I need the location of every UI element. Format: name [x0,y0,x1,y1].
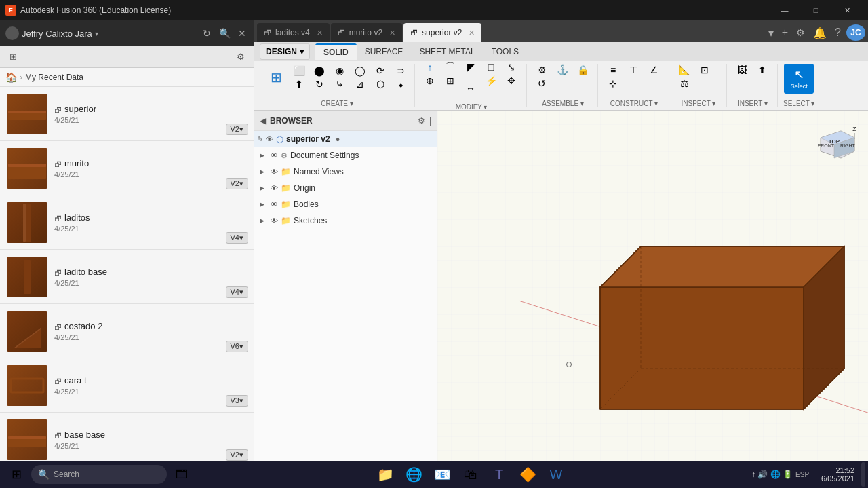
file-version[interactable]: V6▾ [226,341,248,352]
create-sphere-button[interactable]: ◉ [330,64,349,77]
browser-bodies[interactable]: ▶ 👁 📁 Bodies [254,196,437,212]
browser-pin-icon[interactable]: | [429,116,431,126]
browser-doc-item[interactable]: ✎ 👁 ⬡ superior v2 ● [254,131,437,147]
assemble-motion-button[interactable]: ↺ [532,77,551,90]
browser-eye-bodies[interactable]: 👁 [271,200,278,208]
modify-chamfer-button[interactable]: ◤ [461,61,480,73]
construct-angle-button[interactable]: ∠ [644,64,663,76]
list-item[interactable]: 🗗 superior 4/25/21 V2▾ [0,87,254,141]
create-torus-button[interactable]: ◯ [351,64,370,77]
taskbar-app-word[interactable]: W [542,462,570,487]
file-version[interactable]: V3▾ [226,395,248,407]
list-item[interactable]: 🗗 base base 4/25/21 V2▾ [0,413,254,467]
create-coil-button[interactable]: ⟳ [371,64,390,77]
tab-close-icon[interactable]: ✕ [469,29,475,37]
tab-close-icon[interactable]: ✕ [317,29,323,37]
create-sweep-button[interactable]: ⤷ [330,78,349,90]
browser-origin[interactable]: ▶ 👁 📁 Origin [254,180,437,196]
taskbar-app-store[interactable]: 🛍 [457,462,484,487]
help-icon[interactable]: ? [832,26,844,39]
ribbon-tab-surface[interactable]: SURFACE [357,44,412,59]
close-button[interactable]: ✕ [831,0,863,20]
search-icon[interactable]: 🔍 [218,27,231,39]
new-tab-icon[interactable]: + [779,26,791,39]
list-item[interactable]: 🗗 costado 2 4/25/21 V6▾ [0,304,254,358]
inspect-measure-button[interactable]: 📐 [675,64,694,76]
taskbar-clock[interactable]: 21:52 6/05/2021 [816,466,860,483]
create-rib-button[interactable]: ⬡ [371,78,390,90]
modify-move-button[interactable]: ✥ [502,75,521,87]
list-item[interactable]: 🗗 murito 4/25/21 V2▾ [0,141,254,195]
modify-press-pull-button[interactable]: ↑ [420,61,439,73]
modify-offset-button[interactable]: ⊞ [441,75,460,87]
list-item[interactable]: 🗗 ladito base 4/25/21 V4▾ [0,250,254,304]
user-dropdown-icon[interactable]: ▾ [95,30,98,37]
file-version[interactable]: V2▾ [226,178,248,189]
ribbon-tab-solid[interactable]: SOLID [315,43,357,60]
construct-offset-plane-button[interactable]: ≡ [604,64,623,76]
browser-eye-named-views[interactable]: 👁 [271,168,278,176]
select-button[interactable]: ↖ Select [784,64,814,94]
browser-eye-sketches[interactable]: 👁 [271,217,278,225]
inspect-interference-button[interactable]: ⊡ [695,64,714,76]
create-web-button[interactable]: ⬥ [391,78,410,90]
nav-cube[interactable]: Z | TOP RIGHT FRONT [814,117,861,165]
create-extrude-button[interactable]: ⬆ [290,78,309,90]
ribbon-tab-sheet-metal[interactable]: SHEET METAL [411,44,483,59]
home-icon[interactable]: 🏠 [5,72,17,83]
apps-grid-icon[interactable]: ⊞ [5,50,20,64]
ribbon-tab-tools[interactable]: TOOLS [484,44,527,59]
close-panel-icon[interactable]: ✕ [236,27,248,39]
browser-doc-settings[interactable]: ▶ 👁 ⚙ Document Settings [254,147,437,164]
construct-midplane-button[interactable]: ⊤ [624,64,643,76]
assemble-rigid-button[interactable]: 🔒 [573,64,592,76]
construct-point-button[interactable]: ⊹ [604,77,623,90]
taskbar-search[interactable]: 🔍 Search [31,465,167,484]
assemble-as-built-button[interactable]: ⚓ [553,64,572,76]
create-loft-button[interactable]: ⊿ [351,78,370,90]
taskbar-app-fusion[interactable]: 🔶 [514,462,541,487]
browser-eye-doc-settings[interactable]: 👁 [271,151,278,159]
modify-shell-button[interactable]: □ [481,61,500,73]
assemble-joint-button[interactable]: ⚙ [532,64,551,76]
taskbar-app-edge[interactable]: 🌐 [400,462,427,487]
file-version[interactable]: V4▾ [226,232,248,244]
file-version[interactable]: V4▾ [226,286,248,298]
create-pipe-button[interactable]: ⊃ [391,64,410,77]
modify-combine-button[interactable]: ⊕ [420,75,439,87]
file-version[interactable]: V2▾ [226,124,248,135]
modify-scale-button[interactable]: ⤡ [502,61,521,73]
tab-laditos-v4[interactable]: 🗗 laditos v4 ✕ [257,23,330,42]
settings-gear-icon[interactable]: ⚙ [233,50,248,64]
tab-overflow-icon[interactable]: ▾ [766,26,776,39]
modify-reverse-button[interactable]: ↔ [461,75,480,102]
notifications-icon[interactable]: 🔔 [810,26,829,39]
tab-superior-v2[interactable]: 🗗 superior v2 ✕ [403,23,481,42]
file-version[interactable]: V2▾ [226,449,248,461]
taskbar-app-explorer[interactable]: 📁 [372,462,399,487]
inspect-center-button[interactable]: ⚖ [675,77,694,90]
create-cylinder-button[interactable]: ⬤ [310,64,329,77]
maximize-button[interactable]: □ [800,0,831,20]
insert-button[interactable]: ⬆ [753,64,772,76]
browser-named-views[interactable]: ▶ 👁 📁 Named Views [254,164,437,180]
taskbar-app-teams[interactable]: T [486,462,513,487]
user-initials[interactable]: JC [846,24,865,41]
list-item[interactable]: 🗗 cara t 4/25/21 V3▾ [0,358,254,413]
browser-collapse-icon[interactable]: ◀ [260,116,266,126]
browser-settings-icon[interactable]: ⚙ [418,116,425,126]
taskbar-app-mail[interactable]: 📧 [429,462,456,487]
modify-split-button[interactable]: ⚡ [481,75,500,87]
taskview-button[interactable]: 🗔 [168,462,195,487]
start-button[interactable]: ⊞ [3,462,30,487]
design-dropdown[interactable]: DESIGN ▾ [260,43,310,60]
refresh-icon[interactable]: ↻ [201,27,213,39]
tab-settings-icon[interactable]: ⚙ [793,27,808,38]
create-box-button[interactable]: ⬜ [290,64,309,77]
tab-murito-v2[interactable]: 🗗 murito v2 ✕ [331,23,402,42]
browser-sketches[interactable]: ▶ 👁 📁 Sketches [254,212,437,229]
list-item[interactable]: 🗗 laditos 4/25/21 V4▾ [0,195,254,250]
browser-eye-origin[interactable]: 👁 [271,184,278,192]
tab-close-icon[interactable]: ✕ [389,29,395,37]
create-revolve-button[interactable]: ↻ [310,78,329,90]
